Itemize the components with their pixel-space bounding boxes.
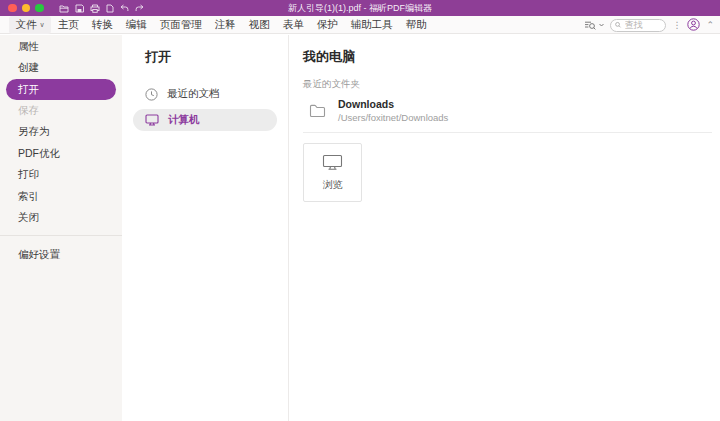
menu-tab-convert[interactable]: 转换 — [85, 16, 119, 34]
open-location-list: 最近的文档 计算机 — [122, 83, 288, 131]
menu-tab-view[interactable]: 视图 — [242, 16, 276, 34]
menu-tab-assistive-tools[interactable]: 辅助工具 — [344, 16, 399, 34]
backstage-view: 属性 创建 打开 保存 另存为 PDF优化 打印 索引 关闭 偏好设置 打开 最… — [0, 35, 720, 421]
more-options-icon[interactable]: ⋮ — [672, 21, 681, 30]
sidebar-item-save: 保存 — [0, 100, 122, 122]
chevron-down-icon — [599, 23, 604, 27]
recent-folders-label: 最近的文件夹 — [303, 78, 712, 91]
folder-info: Downloads /Users/foxitnet/Downloads — [338, 98, 448, 123]
computer-icon — [145, 114, 159, 126]
search-box — [610, 19, 666, 32]
menubar: 文件 ∨ 主页 转换 编辑 页面管理 注释 视图 表单 保护 辅助工具 帮助 ⋮… — [0, 16, 720, 34]
sidebar-item-close[interactable]: 关闭 — [0, 208, 122, 230]
open-panel: 打开 最近的文档 计算机 — [122, 35, 289, 421]
menubar-right-controls: ⋮ ⌃ — [584, 16, 714, 34]
window-title: 新人引导(1)(1).pdf - 福昕PDF编辑器 — [120, 0, 600, 16]
search-icon — [615, 21, 621, 29]
open-location-computer[interactable]: 计算机 — [133, 109, 277, 131]
folder-name: Downloads — [338, 98, 448, 110]
sidebar-item-create[interactable]: 创建 — [0, 58, 122, 80]
menu-tab-comment[interactable]: 注释 — [208, 16, 242, 34]
menu-tab-form[interactable]: 表单 — [276, 16, 310, 34]
sidebar-item-index[interactable]: 索引 — [0, 186, 122, 208]
sidebar-item-print[interactable]: 打印 — [0, 165, 122, 187]
open-file-icon[interactable] — [59, 4, 69, 13]
close-window-button[interactable] — [8, 4, 17, 13]
folder-icon — [309, 103, 326, 118]
sidebar-item-pdf-optimize[interactable]: PDF优化 — [0, 143, 122, 165]
open-location-recent-documents[interactable]: 最近的文档 — [133, 83, 277, 105]
account-avatar-icon[interactable] — [687, 18, 700, 33]
sidebar-item-preferences[interactable]: 偏好设置 — [0, 244, 122, 266]
collapse-toolbar-icon[interactable]: ⌃ — [706, 21, 714, 30]
menu-tab-page-management[interactable]: 页面管理 — [153, 16, 208, 34]
file-sidebar: 属性 创建 打开 保存 另存为 PDF优化 打印 索引 关闭 偏好设置 — [0, 35, 122, 421]
save-icon[interactable] — [75, 4, 84, 13]
zoom-window-button[interactable] — [35, 4, 44, 13]
titlebar: 新人引导(1)(1).pdf - 福昕PDF编辑器 — [0, 0, 720, 16]
chevron-down-icon: ∨ — [40, 21, 45, 28]
find-tool-icon[interactable] — [584, 20, 604, 31]
sidebar-divider — [0, 235, 122, 236]
content-divider — [303, 132, 712, 133]
sidebar-item-open[interactable]: 打开 — [6, 79, 116, 100]
search-input[interactable] — [625, 20, 662, 30]
sidebar-item-save-as[interactable]: 另存为 — [0, 122, 122, 144]
sidebar-item-properties[interactable]: 属性 — [0, 36, 122, 58]
browse-label: 浏览 — [323, 178, 343, 192]
recent-folder-item[interactable]: Downloads /Users/foxitnet/Downloads — [303, 98, 712, 123]
open-panel-title: 打开 — [145, 48, 288, 66]
monitor-icon — [322, 154, 343, 171]
menu-tab-help[interactable]: 帮助 — [399, 16, 433, 34]
open-location-label: 计算机 — [168, 113, 200, 127]
menu-tab-file[interactable]: 文件 ∨ — [9, 16, 51, 34]
content-title: 我的电脑 — [303, 48, 712, 66]
new-document-icon[interactable] — [106, 4, 114, 13]
browse-button[interactable]: 浏览 — [303, 143, 362, 202]
menu-tab-protect[interactable]: 保护 — [310, 16, 344, 34]
menu-tab-edit[interactable]: 编辑 — [119, 16, 153, 34]
open-location-label: 最近的文档 — [167, 87, 220, 101]
clock-icon — [145, 88, 158, 101]
folder-path: /Users/foxitnet/Downloads — [338, 112, 448, 123]
my-computer-panel: 我的电脑 最近的文件夹 Downloads /Users/foxitnet/Do… — [289, 35, 720, 421]
menu-tab-home[interactable]: 主页 — [51, 16, 85, 34]
print-icon[interactable] — [90, 4, 100, 13]
minimize-window-button[interactable] — [22, 4, 31, 13]
